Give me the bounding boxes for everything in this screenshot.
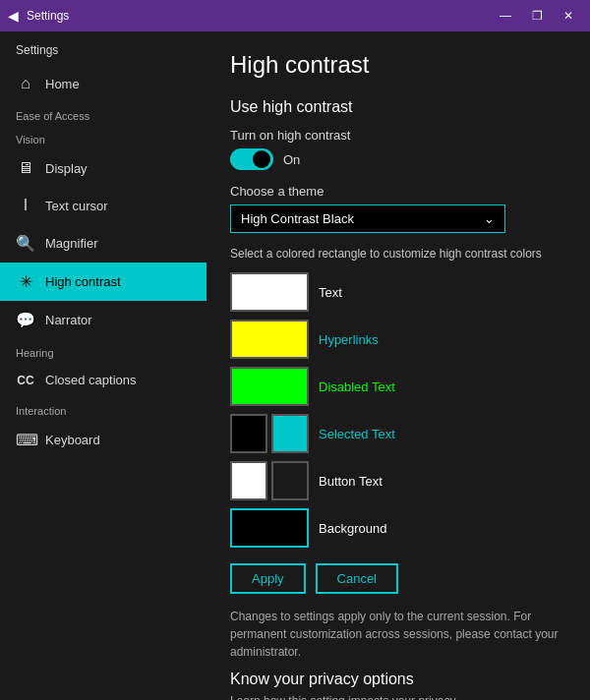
hearing-label: Hearing xyxy=(0,339,206,363)
ease-of-access-label: Ease of Access xyxy=(0,102,206,126)
minimize-button[interactable]: — xyxy=(492,2,519,29)
color-swatch-hyperlinks[interactable] xyxy=(230,320,309,359)
main-layout: Settings ⌂ Home Ease of Access Vision 🖥 … xyxy=(0,31,590,700)
color-swatch-selected-group xyxy=(230,414,309,453)
action-buttons: Apply Cancel xyxy=(230,563,566,594)
back-button[interactable]: ◀ xyxy=(8,8,19,24)
cancel-button[interactable]: Cancel xyxy=(316,563,398,594)
sidebar: Settings ⌂ Home Ease of Access Vision 🖥 … xyxy=(0,31,206,700)
sidebar-item-text-cursor[interactable]: I Text cursor xyxy=(0,187,206,224)
keyboard-icon: ⌨ xyxy=(16,431,35,449)
sidebar-item-text-cursor-label: Text cursor xyxy=(45,199,108,213)
window-controls: — ❐ ✕ xyxy=(492,2,582,29)
color-swatch-button-group xyxy=(230,461,309,500)
sidebar-item-keyboard-label: Keyboard xyxy=(45,433,100,447)
high-contrast-toggle[interactable] xyxy=(230,148,273,170)
sidebar-item-magnifier[interactable]: 🔍 Magnifier xyxy=(0,224,206,262)
color-name-text: Text xyxy=(319,285,342,300)
color-name-disabled-text: Disabled Text xyxy=(319,379,395,394)
sidebar-item-home-label: Home xyxy=(45,77,80,91)
sidebar-item-closed-captions[interactable]: CC Closed captions xyxy=(0,363,206,397)
theme-label: Choose a theme xyxy=(230,184,566,199)
sidebar-item-home[interactable]: ⌂ Home xyxy=(0,65,206,102)
toggle-row: On xyxy=(230,148,566,170)
sidebar-item-high-contrast[interactable]: ✳ High contrast xyxy=(0,262,206,301)
color-swatch-selected-fg[interactable] xyxy=(271,414,309,453)
color-swatch-disabled-text[interactable] xyxy=(230,367,309,406)
toggle-label: Turn on high contrast xyxy=(230,128,566,143)
sidebar-item-display[interactable]: 🖥 Display xyxy=(0,149,206,187)
color-name-selected-text: Selected Text xyxy=(319,427,395,441)
closed-captions-icon: CC xyxy=(16,374,35,387)
page-title: High contrast xyxy=(230,51,566,79)
privacy-title: Know your privacy options xyxy=(230,671,566,688)
theme-dropdown-value: High Contrast Black xyxy=(241,211,354,226)
sidebar-item-closed-captions-label: Closed captions xyxy=(45,373,137,387)
title-bar-title: Settings xyxy=(27,9,492,23)
sidebar-item-magnifier-label: Magnifier xyxy=(45,236,97,251)
sidebar-item-narrator[interactable]: 💬 Narrator xyxy=(0,301,206,339)
content-area: High contrast Use high contrast Turn on … xyxy=(206,31,590,700)
home-icon: ⌂ xyxy=(16,75,35,92)
color-swatch-text[interactable] xyxy=(230,272,309,312)
theme-dropdown[interactable]: High Contrast Black ⌄ xyxy=(230,204,505,233)
close-button[interactable]: ✕ xyxy=(555,2,582,29)
sidebar-settings-label: Settings xyxy=(0,39,206,65)
color-row-selected-text: Selected Text xyxy=(230,414,566,453)
privacy-info: Changes to settings apply only to the cu… xyxy=(230,608,566,661)
color-name-hyperlinks: Hyperlinks xyxy=(319,332,379,347)
display-icon: 🖥 xyxy=(16,159,35,177)
color-select-label: Select a colored rectangle to customize … xyxy=(230,247,566,261)
toggle-state-label: On xyxy=(283,152,300,167)
sidebar-item-high-contrast-label: High contrast xyxy=(45,274,121,289)
color-row-hyperlinks: Hyperlinks xyxy=(230,320,566,359)
color-row-background: Background xyxy=(230,508,566,548)
apply-button[interactable]: Apply xyxy=(230,563,306,594)
interaction-label: Interaction xyxy=(0,397,206,421)
color-swatch-selected-bg[interactable] xyxy=(230,414,267,453)
high-contrast-icon: ✳ xyxy=(16,272,35,291)
color-name-background: Background xyxy=(319,521,386,536)
section-title: Use high contrast xyxy=(230,98,566,116)
color-row-button-text: Button Text xyxy=(230,461,566,500)
narrator-icon: 💬 xyxy=(16,311,35,329)
privacy-subtitle: Learn how this setting impacts your priv… xyxy=(230,694,566,700)
toggle-thumb xyxy=(253,150,270,168)
sidebar-item-keyboard[interactable]: ⌨ Keyboard xyxy=(0,421,206,459)
color-row-text: Text xyxy=(230,272,566,312)
sidebar-item-narrator-label: Narrator xyxy=(45,313,92,327)
sidebar-item-display-label: Display xyxy=(45,161,88,176)
title-bar: ◀ Settings — ❐ ✕ xyxy=(0,0,590,31)
vision-label: Vision xyxy=(0,126,206,149)
color-row-disabled-text: Disabled Text xyxy=(230,367,566,406)
color-swatch-button-bg[interactable] xyxy=(230,461,267,500)
color-name-button-text: Button Text xyxy=(319,474,383,489)
color-swatch-button-fg[interactable] xyxy=(271,461,309,500)
magnifier-icon: 🔍 xyxy=(16,234,35,253)
text-cursor-icon: I xyxy=(16,197,35,214)
chevron-down-icon: ⌄ xyxy=(484,211,495,226)
maximize-button[interactable]: ❐ xyxy=(523,2,551,29)
color-swatch-background[interactable] xyxy=(230,508,309,548)
